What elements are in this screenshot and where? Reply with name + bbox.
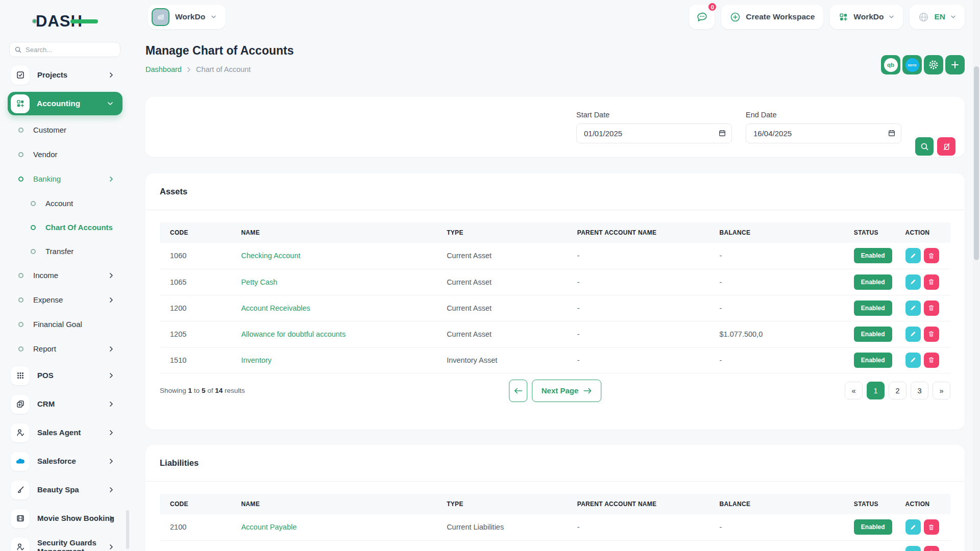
sidebar-item-label: POS [37, 371, 54, 380]
edit-button[interactable] [905, 300, 921, 316]
sidebar-item-income[interactable]: Income [0, 263, 130, 288]
account-link[interactable]: Account Receivables [231, 295, 436, 321]
sidebar-item-projects[interactable]: Projects [0, 61, 130, 89]
edit-button[interactable] [905, 274, 921, 290]
sidebar-item-vendor[interactable]: Vendor [0, 142, 130, 167]
col-type: TYPE [436, 222, 567, 243]
delete-button[interactable] [924, 274, 939, 290]
col-balance: BALANCE [709, 494, 844, 514]
brand-logo[interactable]: DASH [36, 12, 83, 31]
account-link[interactable]: Account Payable [231, 514, 436, 540]
results-summary: Showing 1 to 5 of 14 results [160, 387, 245, 394]
sidebar-item-security-guards[interactable]: Security Guards Management [0, 533, 130, 551]
calendar-icon[interactable] [888, 129, 896, 137]
add-account-button[interactable] [945, 55, 965, 74]
account-link[interactable]: Petty Cash [231, 269, 436, 295]
edit-button[interactable] [905, 546, 921, 551]
edit-button[interactable] [905, 248, 921, 263]
calendar-icon[interactable] [718, 129, 726, 137]
sidebar-search [9, 42, 120, 57]
chevron-right-icon [109, 346, 114, 352]
sidebar-item-label: Vendor [33, 150, 58, 159]
bullet-icon [18, 346, 23, 352]
account-link[interactable]: Allowance for doubtful accounts [231, 321, 436, 347]
sidebar-item-accounting[interactable]: Accounting [8, 92, 122, 115]
create-workspace-button[interactable]: Create Workspace [721, 5, 823, 29]
end-date-group: End Date [746, 111, 901, 143]
previous-page-button[interactable] [509, 380, 527, 402]
sidebar-item-account[interactable]: Account [0, 191, 130, 215]
bullet-icon [18, 152, 23, 157]
status-badge: Enabled [854, 519, 892, 535]
edit-button[interactable] [905, 327, 921, 342]
sidebar-item-financial-goal[interactable]: Financial Goal [0, 312, 130, 337]
sidebar-item-label: Financial Goal [33, 320, 82, 329]
chevron-right-icon [109, 176, 114, 182]
next-page-button[interactable]: Next Page [532, 380, 602, 402]
sidebar-item-chart-of-accounts[interactable]: Chart Of Accounts [0, 215, 130, 239]
workspace-menu-button[interactable]: WorkDo [830, 5, 903, 29]
pagination: Showing 1 to 5 of 14 results Next Page [160, 373, 950, 408]
page-button-3[interactable]: 3 [911, 382, 928, 399]
plus-circle-icon [730, 12, 741, 22]
status-badge: Enabled [854, 300, 892, 316]
sidebar-item-transfer[interactable]: Transfer [0, 239, 130, 263]
sidebar-item-movie-show-booking[interactable]: Movie Show Booking [0, 504, 130, 533]
cell-balance: - [709, 269, 844, 295]
settings-button[interactable] [924, 55, 943, 74]
reset-filter-button[interactable] [937, 137, 955, 156]
delete-button[interactable] [924, 300, 939, 316]
col-name: NAME [231, 222, 436, 243]
sidebar-item-label: Salesforce [37, 457, 76, 465]
messages-button[interactable]: 0 [689, 5, 715, 29]
edit-button[interactable] [905, 353, 921, 368]
quickbooks-button[interactable]: qb [881, 55, 900, 74]
apply-filter-button[interactable] [915, 137, 934, 156]
page-scrollbar-thumb[interactable] [974, 66, 979, 260]
page-button-1[interactable]: 1 [867, 382, 885, 399]
chevron-right-icon [109, 458, 114, 464]
sidebar-item-label: Projects [37, 70, 67, 79]
page-button-2[interactable]: 2 [889, 382, 906, 399]
sidebar-item-sales-agent[interactable]: Sales Agent [0, 418, 130, 447]
search-input[interactable] [26, 46, 115, 54]
breadcrumb-dashboard-link[interactable]: Dashboard [145, 65, 182, 73]
last-page-button[interactable]: » [933, 382, 950, 399]
bullet-icon [18, 322, 23, 327]
sidebar-item-pos[interactable]: POS [0, 361, 130, 390]
sidebar-item-beauty-spa[interactable]: Beauty Spa [0, 475, 130, 504]
table-row: 1200 Account Receivables Current Asset -… [160, 295, 950, 321]
edit-button[interactable] [905, 519, 921, 535]
cell-code: 2100 [160, 514, 231, 540]
delete-button[interactable] [924, 519, 939, 535]
sidebar-item-expense[interactable]: Expense [0, 288, 130, 312]
xero-button[interactable]: xero [902, 55, 922, 74]
cell-balance: - [709, 295, 844, 321]
delete-button[interactable] [924, 353, 939, 368]
sidebar-item-customer[interactable]: Customer [0, 118, 130, 142]
delete-button[interactable] [924, 546, 939, 551]
sidebar-item-salesforce[interactable]: Salesforce [0, 447, 130, 475]
status-badge: Enabled [854, 274, 892, 290]
sidebar-item-banking[interactable]: Banking [0, 167, 130, 191]
cell-type: Current Asset [436, 295, 567, 321]
delete-button[interactable] [924, 248, 939, 263]
sidebar-item-report[interactable]: Report [0, 337, 130, 361]
account-link[interactable]: Inventory [231, 347, 436, 373]
col-code: CODE [160, 494, 231, 514]
account-link[interactable]: Checking Account [231, 243, 436, 269]
start-date-input[interactable] [576, 123, 732, 143]
chevron-right-icon [109, 297, 114, 303]
end-date-input[interactable] [746, 123, 901, 143]
sidebar-scrollbar[interactable] [126, 510, 129, 549]
first-page-button[interactable]: « [845, 382, 863, 399]
sidebar-item-crm[interactable]: CRM [0, 390, 130, 418]
delete-button[interactable] [924, 327, 939, 342]
logo-dot-icon [32, 19, 37, 23]
workspace-selector[interactable]: WorkDo [148, 5, 226, 29]
plus-icon [950, 60, 960, 69]
col-balance: BALANCE [709, 222, 844, 243]
language-selector[interactable]: EN [910, 5, 965, 29]
cell-parent: - [567, 243, 709, 269]
page-scrollbar-track [973, 0, 980, 551]
